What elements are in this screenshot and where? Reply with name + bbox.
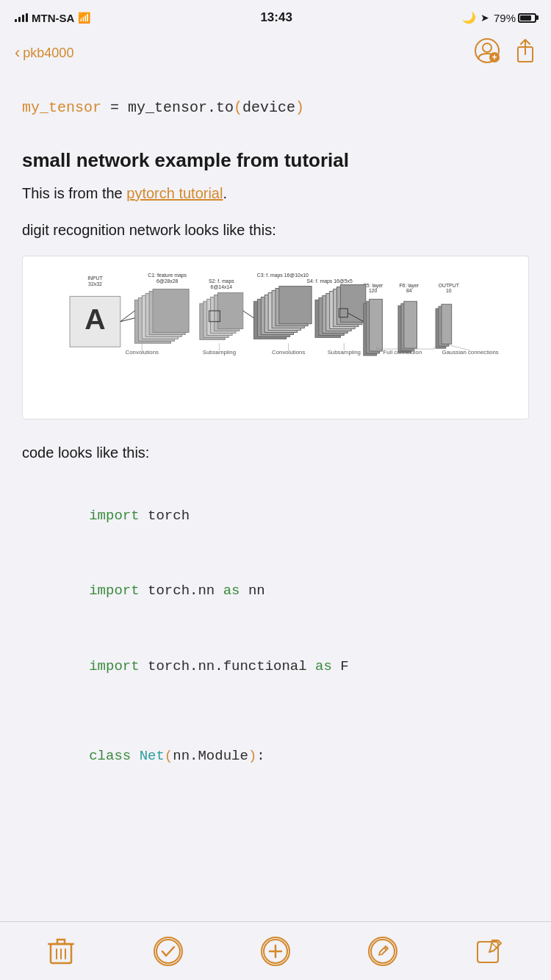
- main-content: my_tensor = my_tensor.to(device) small n…: [0, 75, 551, 809]
- import-module-1: torch: [140, 508, 190, 524]
- svg-text:INPUT: INPUT: [87, 275, 103, 281]
- svg-point-87: [156, 940, 180, 963]
- battery-icon: [518, 13, 536, 23]
- svg-line-92: [384, 948, 386, 950]
- edit-square-icon: [476, 937, 504, 965]
- svg-line-61: [243, 311, 254, 318]
- person-add-icon: +: [475, 38, 500, 63]
- battery-container: 79%: [494, 12, 536, 24]
- checkmark-icon: [155, 938, 181, 965]
- svg-text:32x32: 32x32: [88, 281, 102, 286]
- class-line: class Net(nn.Module):: [22, 718, 529, 794]
- svg-text:F6: layer: F6: layer: [399, 282, 419, 288]
- class-definition: class Net(nn.Module):: [22, 718, 529, 794]
- import-alias-2: F: [332, 658, 349, 674]
- check-button[interactable]: [150, 933, 187, 970]
- import-keyword-1: import: [89, 508, 139, 524]
- signal-bar-2: [18, 17, 21, 22]
- add-button[interactable]: [257, 933, 294, 970]
- import-keyword-3: import: [89, 658, 139, 674]
- class-keyword: class: [89, 748, 131, 764]
- code-equals: = my_tensor.to: [101, 99, 234, 116]
- edit-button[interactable]: [472, 933, 508, 970]
- network-diagram-container: INPUT 32x32 C1: feature maps 6@28x28 S2:…: [22, 256, 529, 419]
- svg-text:Gaussian connections: Gaussian connections: [442, 349, 499, 356]
- share-icon: [514, 38, 536, 63]
- status-time: 13:43: [260, 10, 292, 25]
- bottom-toolbar: [0, 921, 551, 980]
- share-button[interactable]: [514, 38, 536, 68]
- code-imports: import torch import torch.nn as nn impor…: [22, 478, 529, 705]
- signal-bar-3: [22, 15, 24, 22]
- svg-text:120: 120: [369, 288, 378, 293]
- svg-text:6@28x28: 6@28x28: [156, 278, 179, 284]
- wifi-icon: 📶: [78, 12, 90, 24]
- carrier-name: MTN-SA: [32, 12, 74, 24]
- check-icon-circle: [154, 937, 183, 966]
- plus-icon: [262, 938, 289, 965]
- svg-rect-48: [340, 284, 365, 322]
- battery-percent: 79%: [494, 12, 516, 24]
- delete-button[interactable]: [43, 933, 79, 970]
- class-parent: nn.Module: [173, 748, 248, 764]
- plus-icon-circle: [261, 937, 290, 966]
- pen-in-circle-icon: [370, 938, 396, 965]
- code-paren-close: ): [295, 99, 304, 116]
- nav-bar: ‹ pkb4000 +: [0, 32, 551, 75]
- svg-rect-54: [404, 301, 417, 348]
- code-var-name: my_tensor: [22, 99, 101, 116]
- import-alias-1: nn: [240, 583, 264, 599]
- trash-icon: [48, 937, 74, 966]
- location-icon: ➤: [480, 12, 489, 24]
- svg-text:S4: f. maps 16@5x5: S4: f. maps 16@5x5: [307, 278, 353, 284]
- nav-back-label: pkb4000: [23, 46, 73, 61]
- chevron-left-icon: ‹: [15, 45, 20, 61]
- signal-bar-4: [26, 13, 28, 22]
- section-body-text: This is from the pytorch tutorial.: [22, 182, 529, 204]
- import-line-3: import torch.nn.functional as F: [22, 629, 529, 705]
- svg-rect-40: [279, 286, 311, 323]
- code-section-heading: code looks like this:: [22, 442, 529, 464]
- pytorch-tutorial-link[interactable]: pytorch tutorial: [126, 185, 223, 201]
- add-user-button[interactable]: +: [475, 38, 500, 68]
- battery-fill: [520, 15, 531, 21]
- status-bar: MTN-SA 📶 13:43 🌙 ➤ 79%: [0, 0, 551, 32]
- class-paren-close: ): [248, 748, 256, 764]
- status-right: 🌙 ➤ 79%: [462, 11, 536, 24]
- import-module-3: torch.nn.functional: [140, 658, 315, 674]
- import-line-1: import torch: [22, 478, 529, 554]
- top-code-block: my_tensor = my_tensor.to(device): [22, 90, 529, 126]
- body-text-suffix: .: [223, 185, 227, 201]
- compose-button[interactable]: [364, 933, 401, 970]
- svg-rect-26: [153, 289, 189, 332]
- svg-text:S2: f. maps: S2: f. maps: [209, 278, 234, 284]
- import-line-2: import torch.nn as nn: [22, 553, 529, 629]
- pen-circle-icon: [368, 937, 397, 966]
- svg-text:10: 10: [446, 288, 452, 293]
- class-colon: :: [256, 748, 264, 764]
- code-paren-open: (: [234, 99, 242, 116]
- class-name: Net: [131, 748, 165, 764]
- digit-recognition-text: digit recognition network looks like thi…: [22, 219, 529, 241]
- svg-rect-57: [442, 304, 452, 344]
- nav-back-button[interactable]: ‹ pkb4000: [15, 45, 73, 61]
- svg-text:A: A: [84, 302, 105, 334]
- moon-icon: 🌙: [462, 11, 476, 24]
- svg-rect-32: [217, 292, 242, 328]
- network-diagram: INPUT 32x32 C1: feature maps 6@28x28 S2:…: [30, 271, 521, 401]
- svg-text:C1: feature maps: C1: feature maps: [148, 273, 187, 278]
- as-keyword-1: as: [223, 583, 240, 599]
- svg-text:C3: f. maps 16@10x10: C3: f. maps 16@10x10: [257, 273, 309, 278]
- svg-rect-93: [478, 942, 498, 962]
- signal-bars: [15, 13, 28, 22]
- section-heading: small network example from tutorial: [22, 148, 529, 173]
- import-module-2: torch.nn: [140, 583, 223, 599]
- svg-text:6@14x14: 6@14x14: [211, 284, 233, 289]
- svg-text:84: 84: [406, 288, 412, 293]
- import-keyword-2: import: [89, 583, 139, 599]
- as-keyword-2: as: [315, 658, 332, 674]
- status-left: MTN-SA 📶: [15, 12, 90, 24]
- code-device: device: [242, 99, 295, 116]
- svg-text:OUTPUT: OUTPUT: [439, 282, 460, 287]
- nav-right-actions: +: [475, 38, 536, 68]
